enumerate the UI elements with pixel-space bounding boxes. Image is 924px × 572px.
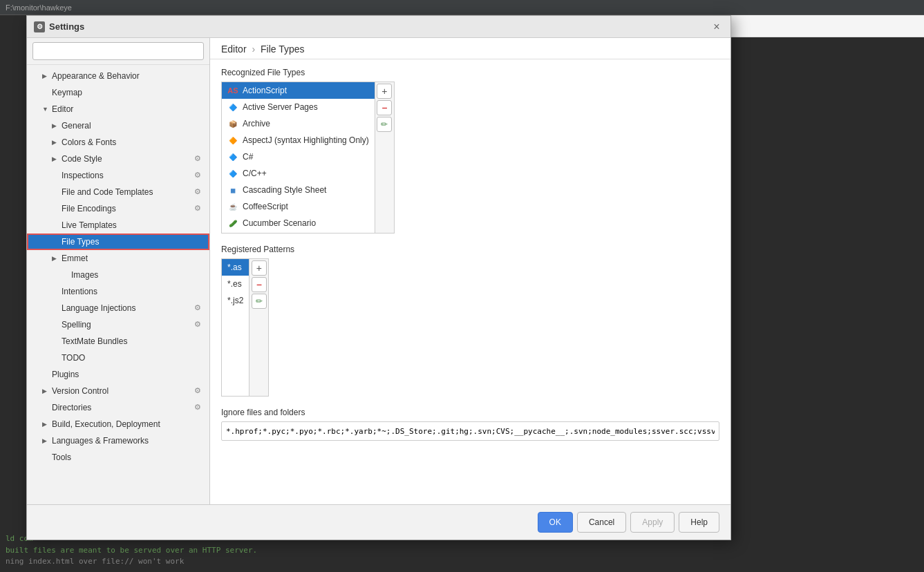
arrow-icon: ▶ — [52, 122, 62, 129]
remove-file-type-button[interactable]: − — [377, 100, 392, 115]
sidebar-item-label: File Encodings — [62, 204, 194, 213]
recognized-file-types-list[interactable]: AS ActionScript 🔷 Active Server Pages 📦 — [221, 82, 375, 233]
sidebar-item-file-types[interactable]: File Types — [27, 233, 209, 250]
sidebar-item-spelling[interactable]: Spelling ⚙ — [27, 316, 209, 333]
add-file-type-button[interactable]: + — [377, 84, 392, 99]
gear-icon: ⚙ — [194, 171, 204, 180]
patterns-list-controls: + − ✏ — [249, 258, 269, 397]
breadcrumb-parent: Editor — [221, 44, 247, 55]
add-pattern-button[interactable]: + — [252, 260, 267, 276]
bottom-line3: ning index.html over file:// won't work — [6, 556, 918, 568]
file-type-csharp[interactable]: 🔷 C# — [222, 149, 375, 165]
sidebar-item-build-exec-deploy[interactable]: ▶ Build, Execution, Deployment — [27, 416, 209, 432]
sidebar-item-label: File and Code Templates — [62, 187, 194, 197]
sidebar-item-version-control[interactable]: ▶ Version Control ⚙ — [27, 383, 209, 399]
gear-icon: ⚙ — [194, 303, 204, 313]
gear-icon: ⚙ — [194, 386, 204, 396]
sidebar-item-appearance[interactable]: ▶ Appearance & Behavior — [27, 68, 209, 84]
sidebar-item-label: Emmet — [62, 254, 204, 263]
sidebar-item-label: Code Style — [62, 154, 194, 164]
sidebar-item-file-encodings[interactable]: File Encodings ⚙ — [27, 200, 209, 217]
recognized-list-controls: + − ✏ — [375, 82, 395, 233]
arrow-icon: ▶ — [52, 155, 62, 162]
file-type-actionscript[interactable]: AS ActionScript — [222, 82, 375, 99]
sidebar-item-label: Tools — [52, 452, 204, 462]
sidebar-item-intentions[interactable]: Intentions — [27, 283, 209, 300]
sidebar-item-editor[interactable]: ▼ Editor — [27, 101, 209, 117]
sidebar-item-label: General — [62, 121, 204, 131]
edit-file-type-button[interactable]: ✏ — [377, 117, 392, 132]
registered-patterns-list[interactable]: *.as *.es *.js2 — [221, 258, 249, 397]
arrow-icon: ▶ — [42, 73, 52, 79]
sidebar-item-plugins[interactable]: Plugins — [27, 366, 209, 383]
search-box — [27, 38, 209, 65]
sidebar-item-file-code-templates[interactable]: File and Code Templates ⚙ — [27, 184, 209, 200]
edit-pattern-button[interactable]: ✏ — [252, 294, 267, 309]
pattern-as[interactable]: *.as — [222, 259, 249, 276]
file-type-label: C# — [243, 152, 253, 162]
sidebar-item-live-templates[interactable]: Live Templates — [27, 217, 209, 233]
file-type-aspectj[interactable]: 🔶 AspectJ (syntax Highlighting Only) — [222, 132, 375, 149]
file-icon-as: AS — [227, 85, 238, 96]
help-button[interactable]: Help — [679, 512, 719, 533]
sidebar-item-label: Languages & Frameworks — [52, 436, 204, 446]
sidebar-item-inspections[interactable]: Inspections ⚙ — [27, 167, 209, 184]
sidebar-item-label: Intentions — [62, 287, 204, 296]
file-icon-cuke: 🥒 — [227, 218, 238, 229]
sidebar-item-label: Appearance & Behavior — [52, 71, 204, 81]
file-type-cucumber[interactable]: 🥒 Cucumber Scenario — [222, 215, 375, 231]
file-type-active-server-pages[interactable]: 🔷 Active Server Pages — [222, 99, 375, 115]
sidebar-item-emmet[interactable]: ▶ Emmet — [27, 250, 209, 267]
sidebar-tree: ▶ Appearance & Behavior Keymap ▼ Editor — [27, 65, 209, 504]
cancel-button[interactable]: Cancel — [577, 512, 626, 533]
ok-button[interactable]: OK — [538, 512, 573, 533]
sidebar-item-colors-fonts[interactable]: ▶ Colors & Fonts — [27, 134, 209, 151]
apply-button[interactable]: Apply — [630, 512, 675, 533]
file-type-dart[interactable]: 🔷 Dart — [222, 231, 375, 233]
file-type-archive[interactable]: 📦 Archive — [222, 115, 375, 132]
sidebar-item-label: Live Templates — [62, 220, 204, 230]
file-type-label: C/C++ — [243, 169, 267, 178]
sidebar-item-general[interactable]: ▶ General — [27, 117, 209, 134]
pattern-js2[interactable]: *.js2 — [222, 292, 249, 309]
sidebar-item-textmate-bundles[interactable]: TextMate Bundles — [27, 333, 209, 350]
sidebar-item-images[interactable]: Images — [27, 267, 209, 283]
sidebar-item-directories[interactable]: Directories ⚙ — [27, 399, 209, 416]
arrow-icon: ▶ — [42, 421, 52, 428]
content-header: Editor › File Types — [210, 38, 730, 59]
file-type-css[interactable]: ◼ Cascading Style Sheet — [222, 182, 375, 198]
sidebar-item-label: Colors & Fonts — [62, 137, 204, 147]
remove-pattern-button[interactable]: − — [252, 277, 267, 292]
sidebar-item-label: Images — [71, 270, 204, 280]
sidebar-item-label: Inspections — [62, 171, 194, 180]
file-type-coffeescript[interactable]: ☕ CoffeeScript — [222, 198, 375, 215]
sidebar-item-code-style[interactable]: ▶ Code Style ⚙ — [27, 151, 209, 167]
sidebar-item-label: Plugins — [52, 370, 204, 379]
app-window: F:\monitor\hawkeye Enable File Watcher E… — [0, 0, 924, 572]
sidebar-item-languages-frameworks[interactable]: ▶ Languages & Frameworks — [27, 432, 209, 449]
ignore-input[interactable] — [221, 421, 719, 441]
sidebar-item-tools[interactable]: Tools — [27, 449, 209, 466]
sidebar-item-language-injections[interactable]: Language Injections ⚙ — [27, 300, 209, 316]
sidebar-item-todo[interactable]: TODO — [27, 350, 209, 366]
arrow-icon: ▶ — [42, 437, 52, 444]
recognized-list-container: AS ActionScript 🔷 Active Server Pages 📦 — [221, 82, 719, 233]
pattern-es[interactable]: *.es — [222, 276, 249, 292]
recognized-section: Recognized File Types AS ActionScript 🔷 … — [221, 68, 719, 233]
search-input[interactable] — [32, 42, 204, 60]
sidebar-item-keymap[interactable]: Keymap — [27, 84, 209, 101]
arrow-icon: ▶ — [52, 139, 62, 146]
file-icon-coffee: ☕ — [227, 201, 238, 212]
gear-icon: ⚙ — [194, 154, 204, 164]
file-icon-cs: 🔷 — [227, 151, 238, 162]
file-type-label: CoffeeScript — [243, 202, 288, 211]
file-type-cpp[interactable]: 🔷 C/C++ — [222, 165, 375, 182]
breadcrumb-current: File Types — [261, 44, 305, 55]
close-button[interactable]: × — [710, 20, 724, 34]
sidebar-item-label: Keymap — [52, 88, 204, 97]
sidebar-item-label: Build, Execution, Deployment — [52, 419, 204, 429]
file-type-label: Cascading Style Sheet — [243, 185, 326, 195]
file-icon-archive: 📦 — [227, 118, 238, 129]
sidebar-item-label: TextMate Bundles — [62, 336, 204, 346]
gear-icon: ⚙ — [194, 204, 204, 213]
